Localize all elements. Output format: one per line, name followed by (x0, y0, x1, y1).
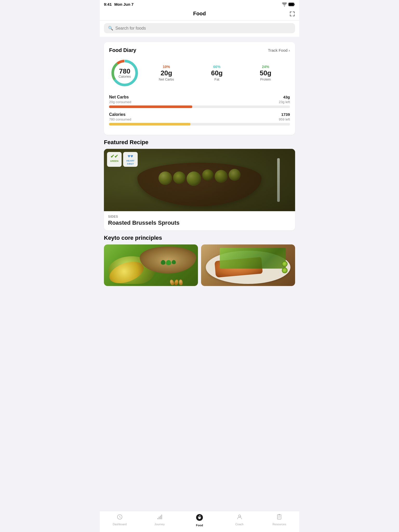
netcarbs-track (109, 105, 290, 108)
calories-left: 959 left (279, 117, 290, 121)
fork (277, 158, 280, 202)
macro-fat: 66% 60g Fat (211, 65, 223, 81)
core-principles-title: Keyto core principles (104, 235, 295, 241)
broc-2 (166, 260, 171, 265)
nav-food-label: Food (196, 524, 203, 527)
macro-netcarbs: 10% 20g Net Carbs (159, 65, 174, 81)
svg-rect-7 (290, 14, 290, 16)
progress-section: Net Carbs 43g 20g consumed 23g left Calo… (109, 95, 290, 125)
principle-image-left (104, 244, 198, 286)
almond-1 (169, 279, 175, 285)
track-food-link[interactable]: Track Food › (268, 48, 290, 52)
svg-rect-3 (290, 11, 290, 13)
recipe-image: ✔✔ GREEN ♥♥ HEART FIRST (104, 149, 295, 211)
badge-heart: ♥♥ HEART FIRST (123, 152, 138, 167)
nav-coach-label: Coach (235, 523, 244, 526)
netcarbs-total: 43g (283, 95, 290, 99)
expand-icon[interactable] (289, 11, 295, 18)
nav-journey[interactable]: Journey (140, 514, 180, 527)
donut-center: 780 Calories (118, 68, 131, 78)
greens (220, 248, 285, 269)
status-bar: 9:41 Mon Jun 7 (100, 0, 299, 9)
status-date: Mon Jun 7 (114, 2, 134, 6)
calories-fill (109, 123, 190, 125)
badge-heart-label: FIRST (127, 163, 134, 165)
card-header: Food Diary Track Food › (109, 47, 290, 53)
broccoli (142, 244, 194, 265)
principle-card-left[interactable] (104, 244, 198, 286)
macro-summary: 780 Calories 10% 20g Net Carbs 66% 60g F… (109, 57, 290, 89)
badge-green-label: GREEN (110, 160, 118, 162)
nav-journey-label: Journey (155, 523, 165, 526)
recipe-card[interactable]: ✔✔ GREEN ♥♥ HEART FIRST SIDES Roasted Br… (104, 149, 295, 230)
cucumber-2 (282, 268, 288, 273)
carbs-pct: 10% (159, 65, 174, 69)
netcarbs-header: Net Carbs 43g (109, 95, 290, 99)
almonds (157, 280, 196, 285)
food-diary-section: Food Diary Track Food › 780 C (100, 37, 299, 286)
recipe-info: SIDES Roasted Brussels Sprouts (104, 211, 295, 230)
bottom-nav: Dashboard Journey Food (100, 511, 299, 532)
food-icon (196, 514, 203, 523)
carbs-amount: 20g (159, 69, 174, 77)
calories-header: Calories 1739 (109, 112, 290, 117)
svg-rect-9 (294, 14, 295, 16)
netcarbs-label: Net Carbs (109, 95, 129, 99)
status-icons (282, 3, 295, 6)
page-header: Food (100, 9, 299, 21)
fat-pct: 66% (211, 65, 223, 69)
nav-dashboard-label: Dashboard (113, 523, 127, 526)
recipe-category: SIDES (108, 215, 291, 218)
coach-icon (236, 514, 243, 522)
food-diary-card: Food Diary Track Food › 780 C (104, 42, 295, 135)
netcarbs-left: 23g left (279, 100, 290, 104)
nav-coach[interactable]: Coach (220, 514, 260, 527)
core-principles-section: Keyto core principles (104, 235, 295, 286)
search-bar[interactable]: 🔍 (104, 23, 295, 33)
svg-rect-5 (294, 11, 295, 13)
nav-resources[interactable]: Resources (259, 514, 299, 527)
protein-amount: 50g (260, 69, 271, 77)
protein-pct: 24% (260, 65, 271, 69)
nav-dashboard[interactable]: Dashboard (100, 514, 140, 527)
greens-bg (220, 248, 285, 269)
page-title: Food (104, 11, 295, 17)
svg-point-20 (198, 517, 201, 519)
badge-heart-prefix: HEART (127, 159, 135, 162)
netcarbs-consumed: 20g consumed (109, 100, 131, 104)
broc-1 (161, 260, 165, 265)
svg-rect-23 (279, 514, 280, 515)
almond-2 (174, 279, 179, 285)
calories-track (109, 123, 290, 125)
featured-recipe-title: Featured Recipe (104, 139, 295, 146)
calories-sub: 780 consumed 959 left (109, 117, 290, 121)
cucumber-1 (282, 261, 288, 267)
fat-amount: 60g (211, 69, 223, 77)
dashboard-icon (117, 514, 123, 522)
almond-3 (179, 279, 183, 285)
search-container: 🔍 (100, 21, 299, 37)
donut-chart: 780 Calories (109, 57, 140, 89)
principle-image-right (201, 244, 295, 286)
featured-recipe-section: Featured Recipe (104, 139, 295, 230)
food-diary-title: Food Diary (109, 47, 136, 53)
calories-progress-row: Calories 1739 780 consumed 959 left (109, 112, 290, 125)
protein-label: Protein (260, 77, 271, 81)
fat-label: Fat (211, 77, 223, 81)
badge-green: ✔✔ GREEN (107, 152, 122, 167)
svg-rect-16 (159, 517, 159, 519)
journey-icon (156, 514, 163, 522)
svg-rect-17 (160, 516, 161, 519)
principle-card-right[interactable] (201, 244, 295, 286)
badges-overlay: ✔✔ GREEN ♥♥ HEART FIRST (107, 152, 138, 167)
cucumbers (282, 261, 288, 273)
svg-rect-15 (157, 518, 158, 519)
nav-food[interactable]: Food (179, 514, 220, 527)
search-icon: 🔍 (108, 26, 113, 31)
nav-resources-label: Resources (272, 523, 286, 526)
netcarbs-sub: 20g consumed 23g left (109, 100, 290, 104)
battery-icon (288, 3, 295, 6)
principles-grid (104, 244, 295, 286)
status-time: 9:41 (104, 2, 112, 6)
search-input[interactable] (115, 26, 291, 31)
